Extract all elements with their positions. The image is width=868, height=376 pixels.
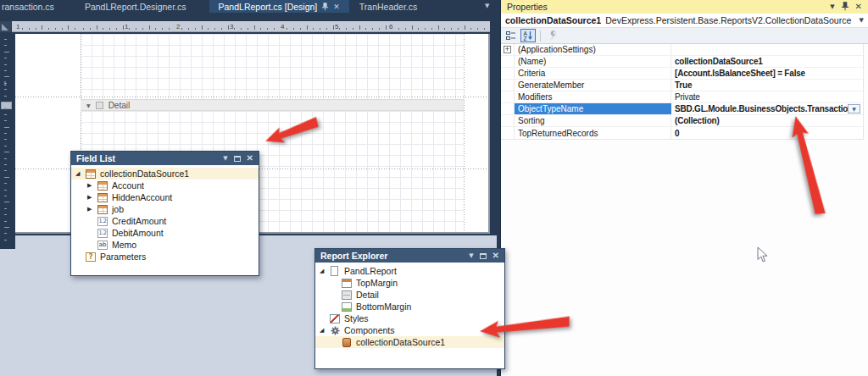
property-name: TopReturnedRecords bbox=[515, 127, 671, 139]
object-selector-dropdown-icon[interactable]: ▼ bbox=[860, 17, 864, 24]
tree-item-creditamount[interactable]: CreditAmount bbox=[71, 215, 259, 227]
ruler-number: 4 bbox=[280, 23, 285, 30]
tree-item-debitamount[interactable]: DebitAmount bbox=[71, 227, 259, 239]
maximize-icon[interactable] bbox=[480, 253, 487, 259]
tree-item-detail[interactable]: Detail bbox=[315, 289, 504, 301]
expand-box-icon[interactable]: + bbox=[504, 46, 511, 53]
row-gutter bbox=[501, 103, 515, 114]
ruler-corner bbox=[0, 21, 11, 32]
property-name: Sorting bbox=[515, 115, 671, 126]
property-row-modifiers[interactable]: ModifiersPrivate bbox=[501, 91, 863, 103]
properties-toolbar: AZ bbox=[501, 28, 868, 44]
property-value: Private bbox=[671, 91, 863, 102]
maximize-icon[interactable] bbox=[234, 156, 241, 162]
top-margin-line bbox=[15, 97, 488, 97]
tab-ransaction-cs[interactable]: ransaction.cs bbox=[0, 0, 64, 13]
tree-item-label: Components bbox=[344, 325, 395, 335]
row-gutter bbox=[501, 91, 515, 102]
tab-label: ransaction.cs bbox=[2, 2, 54, 12]
tab-pandlreport-designer-cs[interactable]: PandLReport.Designer.cs bbox=[75, 0, 196, 13]
property-name: (Name) bbox=[515, 56, 671, 67]
numeric-icon bbox=[97, 217, 108, 226]
tree-item-parameters[interactable]: Parameters bbox=[71, 251, 259, 263]
tree-item-account[interactable]: ▶Account bbox=[71, 180, 259, 191]
detail-band-header[interactable]: ▼ Detail bbox=[81, 99, 464, 111]
property-value: (Collection) bbox=[671, 115, 863, 126]
tree-item-collectiondatasource1[interactable]: ◢collectionDataSource1 bbox=[71, 168, 259, 180]
tree-item-label: HiddenAccount bbox=[112, 192, 172, 202]
property-name: Modifiers bbox=[515, 91, 671, 102]
property-name: GenerateMember bbox=[515, 80, 671, 91]
tree-item-bottommargin[interactable]: BottomMargin bbox=[315, 301, 504, 312]
categorized-icon[interactable] bbox=[504, 29, 519, 42]
table-ds-icon bbox=[86, 169, 96, 179]
tree-item-label: TopMargin bbox=[356, 278, 398, 288]
expand-collapsed-icon: ▶ bbox=[87, 194, 97, 201]
horizontal-ruler: 1123456 bbox=[12, 21, 490, 32]
tree-item-label: Detail bbox=[356, 290, 379, 300]
tree-item-label: Account bbox=[112, 180, 144, 191]
property-value-text: 0 bbox=[675, 129, 679, 138]
pin-icon[interactable] bbox=[321, 3, 329, 11]
ruler-number: 1 bbox=[124, 23, 129, 30]
tree-item-collectiondatasource1[interactable]: collectionDataSource1 bbox=[315, 336, 504, 348]
close-icon[interactable]: ✕ bbox=[247, 154, 253, 163]
report-icon bbox=[331, 266, 338, 276]
tab-overflow-icon[interactable]: ▼ bbox=[485, 3, 489, 9]
tree-item-pandlreport[interactable]: ◢PandLReport bbox=[315, 265, 504, 277]
ruler-number: 3 bbox=[229, 23, 234, 30]
property-row-name[interactable]: (Name)collectionDataSource1 bbox=[501, 56, 863, 68]
report-explorer-title-bar[interactable]: Report Explorer ▼ ✕ bbox=[315, 249, 504, 263]
property-value-text: True bbox=[675, 80, 692, 90]
svg-text:Z: Z bbox=[524, 36, 527, 41]
window-position-icon[interactable]: ▼ bbox=[469, 252, 473, 259]
tree-item-components[interactable]: ◢Components bbox=[315, 324, 504, 336]
property-value: True bbox=[671, 80, 863, 91]
tree-item-hiddenaccount[interactable]: ▶HiddenAccount bbox=[71, 191, 259, 203]
vertical-ruler: 1 bbox=[0, 34, 15, 251]
tab-tranheader-cs[interactable]: TranHeader.cs bbox=[350, 0, 426, 13]
tree-item-styles[interactable]: Styles bbox=[315, 312, 504, 324]
tree-item-job[interactable]: ▶job bbox=[71, 203, 259, 215]
expand-expanded-icon: ◢ bbox=[320, 268, 330, 274]
tab-label: TranHeader.cs bbox=[359, 2, 417, 12]
property-row-generatemember[interactable]: GenerateMemberTrue bbox=[501, 80, 863, 91]
property-name: ObjectTypeName bbox=[515, 103, 671, 114]
panel-title-text: Field List bbox=[76, 153, 115, 163]
row-gutter bbox=[501, 68, 515, 79]
toolbar-separator bbox=[540, 30, 541, 41]
property-value: [Account.IsBalanceSheet] = False bbox=[671, 68, 863, 79]
property-value-text: collectionDataSource1 bbox=[675, 57, 763, 66]
property-row-criteria[interactable]: Criteria[Account.IsBalanceSheet] = False bbox=[501, 68, 863, 80]
designer-background bbox=[0, 249, 15, 376]
property-pages-icon[interactable] bbox=[545, 29, 560, 42]
window-position-icon[interactable]: ▼ bbox=[223, 155, 227, 162]
window-position-icon[interactable]: ▼ bbox=[830, 3, 834, 10]
tab-pandlreport-cs-design[interactable]: PandLReport.cs [Design]✕ bbox=[209, 0, 349, 13]
object-selector[interactable]: collectionDataSource1 DevExpress.Persist… bbox=[501, 14, 868, 28]
datasource-icon bbox=[342, 338, 351, 347]
selected-object-name: collectionDataSource1 bbox=[505, 15, 601, 25]
alphabetical-sort-icon[interactable]: AZ bbox=[520, 29, 536, 42]
field-list-title-bar[interactable]: Field List ▼ ✕ bbox=[71, 152, 259, 165]
styles-icon bbox=[330, 314, 340, 323]
collapse-arrow-icon[interactable]: ▼ bbox=[86, 102, 91, 108]
numeric-icon bbox=[97, 229, 108, 238]
property-row-objecttypename[interactable]: ObjectTypeNameSBD.GL.Module.BusinessObje… bbox=[501, 103, 863, 115]
property-name: Criteria bbox=[515, 68, 671, 79]
expand-collapsed-icon: ▶ bbox=[87, 206, 97, 213]
close-icon[interactable]: ✕ bbox=[333, 3, 340, 11]
property-row-sorting[interactable]: Sorting(Collection) bbox=[501, 115, 863, 127]
close-icon[interactable]: ✕ bbox=[492, 252, 499, 260]
tree-item-label: job bbox=[112, 204, 124, 214]
tree-item-topmargin[interactable]: TopMargin bbox=[315, 277, 504, 289]
properties-title-bar[interactable]: Properties ▼ ✕ bbox=[501, 0, 868, 14]
tree-item-label: Parameters bbox=[100, 252, 146, 262]
tree-item-memo[interactable]: Memo bbox=[71, 239, 259, 251]
tree-item-label: Memo bbox=[112, 240, 136, 250]
combo-dropdown-icon[interactable]: ▼ bbox=[848, 104, 860, 113]
close-icon[interactable]: ✕ bbox=[855, 3, 862, 11]
property-row-applicationsettings[interactable]: +(ApplicationSettings) bbox=[501, 44, 863, 56]
pin-icon[interactable] bbox=[841, 2, 849, 13]
panel-title-text: Properties bbox=[507, 2, 548, 12]
